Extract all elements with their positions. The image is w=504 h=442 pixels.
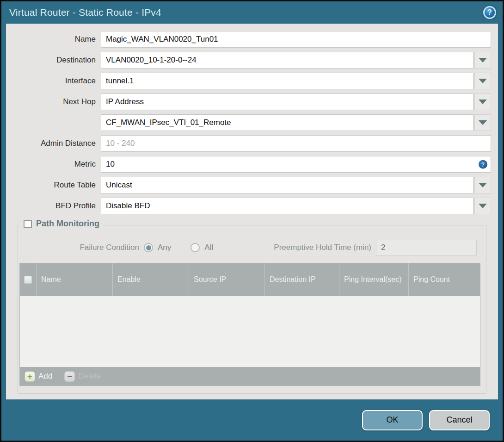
- interface-dropdown-button[interactable]: [474, 73, 491, 89]
- bfd-profile-row: BFD Profile: [6, 198, 491, 214]
- metric-help-icon[interactable]: ?: [479, 160, 487, 169]
- interface-input[interactable]: [101, 73, 473, 89]
- next-hop-type-dropdown-button[interactable]: [474, 93, 491, 110]
- radio-any-circle[interactable]: [144, 243, 153, 252]
- next-hop-type-input[interactable]: [101, 93, 473, 110]
- radio-all-label: All: [204, 243, 213, 252]
- next-hop-address-row: [6, 114, 491, 131]
- chevron-down-icon: [479, 100, 487, 104]
- dialog-titlebar: Virtual Router - Static Route - IPv4 ?: [1, 1, 503, 24]
- table-header-checkbox-cell: [20, 263, 36, 296]
- cancel-button[interactable]: Cancel: [429, 410, 490, 430]
- destination-dropdown-button[interactable]: [474, 52, 491, 68]
- route-table-row: Route Table: [6, 177, 491, 193]
- preemptive-hold-time-field: Preemptive Hold Time (min): [274, 240, 477, 255]
- admin-distance-label: Admin Distance: [6, 139, 101, 148]
- column-header-enable[interactable]: Enable: [112, 263, 189, 296]
- path-monitoring-title: Path Monitoring: [36, 219, 99, 229]
- bfd-profile-label: BFD Profile: [6, 201, 101, 211]
- plus-icon: +: [25, 371, 35, 382]
- path-monitoring-checkbox[interactable]: [24, 220, 32, 228]
- chevron-down-icon: [479, 204, 487, 208]
- bfd-profile-dropdown-button[interactable]: [474, 198, 491, 214]
- column-header-destination-ip[interactable]: Destination IP: [264, 263, 339, 296]
- table-footer: + Add − Delete: [20, 367, 480, 386]
- delete-button-label: Delete: [78, 372, 101, 381]
- admin-distance-row: Admin Distance: [6, 135, 491, 152]
- table-header: Name Enable Source IP Destination IP Pin…: [20, 263, 480, 296]
- preemptive-hold-time-label: Preemptive Hold Time (min): [274, 243, 376, 252]
- dialog-footer: OK Cancel: [1, 399, 503, 441]
- column-header-ping-count[interactable]: Ping Count: [408, 263, 480, 296]
- static-route-dialog: Virtual Router - Static Route - IPv4 ? N…: [0, 0, 504, 442]
- destination-label: Destination: [6, 56, 101, 65]
- column-header-ping-interval[interactable]: Ping Interval(sec): [339, 263, 408, 296]
- help-icon[interactable]: ?: [483, 6, 496, 19]
- admin-distance-input[interactable]: [101, 135, 491, 152]
- chevron-down-icon: [479, 79, 487, 83]
- next-hop-label: Next Hop: [6, 97, 101, 106]
- ok-button[interactable]: OK: [362, 410, 423, 430]
- path-monitoring-legend: Path Monitoring: [20, 219, 103, 229]
- chevron-down-icon: [479, 183, 487, 187]
- bfd-profile-input[interactable]: [101, 198, 473, 214]
- next-hop-address-dropdown-button[interactable]: [474, 114, 491, 131]
- failure-condition-radio-group: Any All: [144, 243, 213, 252]
- column-header-source-ip[interactable]: Source IP: [189, 263, 264, 296]
- table-body-empty: [20, 296, 480, 367]
- name-input[interactable]: [101, 31, 491, 48]
- select-all-checkbox[interactable]: [24, 276, 32, 284]
- path-monitoring-group: Path Monitoring Failure Condition Any Al…: [18, 225, 486, 394]
- minus-icon: −: [64, 371, 75, 382]
- delete-button[interactable]: − Delete: [64, 371, 101, 382]
- route-table-dropdown-button[interactable]: [474, 177, 491, 193]
- next-hop-address-input[interactable]: [101, 114, 473, 131]
- radio-all[interactable]: All: [191, 243, 213, 252]
- dialog-title: Virtual Router - Static Route - IPv4: [9, 7, 483, 18]
- radio-any[interactable]: Any: [144, 243, 171, 252]
- chevron-down-icon: [479, 58, 487, 62]
- failure-condition-row: Failure Condition Any All Preemptive Hol…: [18, 240, 486, 255]
- chevron-down-icon: [479, 120, 487, 125]
- destination-input[interactable]: [101, 52, 473, 68]
- metric-label: Metric: [6, 160, 101, 169]
- path-monitoring-table: Name Enable Source IP Destination IP Pin…: [19, 263, 480, 386]
- failure-condition-label: Failure Condition: [18, 243, 144, 252]
- route-table-input[interactable]: [101, 177, 473, 193]
- add-button-label: Add: [38, 372, 52, 381]
- dialog-content: Name Destination Interface: [6, 24, 498, 399]
- name-label: Name: [6, 35, 101, 44]
- name-row: Name: [6, 31, 491, 48]
- radio-any-label: Any: [158, 243, 171, 252]
- destination-row: Destination: [6, 52, 491, 68]
- radio-all-circle[interactable]: [191, 243, 200, 252]
- column-header-name[interactable]: Name: [36, 263, 112, 296]
- interface-label: Interface: [6, 76, 101, 86]
- route-table-label: Route Table: [6, 181, 101, 190]
- interface-row: Interface: [6, 73, 491, 89]
- metric-row: Metric ?: [6, 156, 491, 173]
- preemptive-hold-time-input[interactable]: [376, 240, 477, 255]
- next-hop-row: Next Hop: [6, 93, 491, 110]
- add-button[interactable]: + Add: [25, 371, 52, 382]
- metric-input[interactable]: [101, 156, 491, 173]
